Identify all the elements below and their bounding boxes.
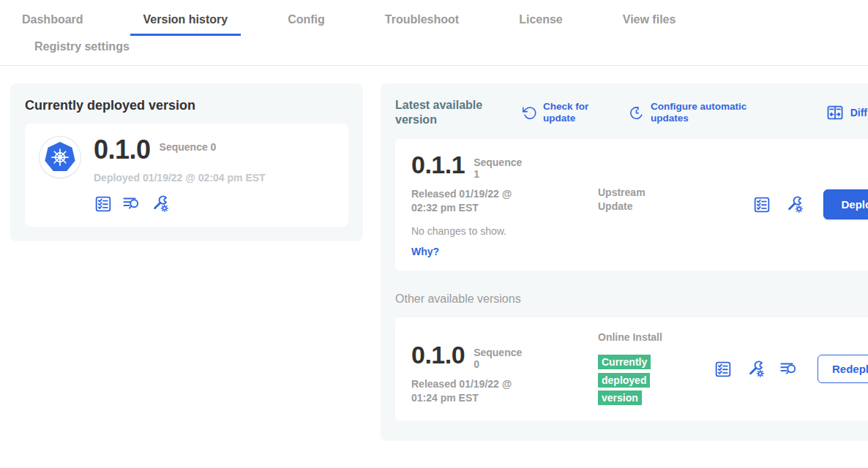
- latest-release-timestamp: Released 01/19/22 @ 02:32 pm EST: [411, 187, 528, 215]
- preflight-checks-icon[interactable]: [752, 195, 771, 214]
- other-version-card: 0.1.0 Sequence 0 Released 01/19/22 @ 01:…: [395, 317, 868, 420]
- config-icon[interactable]: [785, 195, 804, 214]
- configure-automatic-updates-link[interactable]: Configure automatic updates: [628, 101, 753, 124]
- currently-deployed-panel: Currently deployed version: [10, 83, 363, 241]
- tab-troubleshoot[interactable]: Troubleshoot: [372, 4, 472, 36]
- currently-deployed-badge: Currently deployed version: [598, 355, 651, 406]
- latest-source-label: Upstream Update: [598, 186, 664, 214]
- latest-version-info: 0.1.1 Sequence 1 Released 01/19/22 @ 02:…: [411, 152, 598, 257]
- helm-wheel-icon: [49, 146, 71, 168]
- tab-config[interactable]: Config: [274, 4, 338, 36]
- configure-automatic-updates-label: Configure automatic updates: [651, 101, 753, 124]
- deployed-version-number: 0.1.0: [94, 137, 151, 163]
- latest-available-title: Latest available version: [395, 98, 505, 127]
- deployed-actions: [94, 194, 266, 214]
- tab-registry-settings[interactable]: Registry settings: [21, 36, 143, 65]
- deploy-button[interactable]: Deploy: [823, 189, 868, 219]
- nav-row-1: Dashboard Version history Config Trouble…: [0, 4, 868, 36]
- other-sequence-label: Sequence 0: [474, 347, 525, 370]
- schedule-update-icon: [628, 105, 645, 121]
- latest-actions: Deploy: [714, 152, 868, 257]
- diff-versions-link[interactable]: Diff versions: [826, 103, 868, 122]
- other-source-column: Online Install Currently deployed versio…: [598, 331, 714, 407]
- latest-version-number: 0.1.1: [411, 152, 465, 177]
- diff-versions-label: Diff versions: [850, 107, 868, 118]
- nav-row-2: Registry settings: [0, 36, 868, 65]
- latest-available-header: Latest available version Check for updat…: [395, 98, 868, 127]
- deployed-sequence-label: Sequence 0: [160, 141, 217, 153]
- redeploy-button[interactable]: Redeploy: [818, 355, 868, 383]
- main-nav: Dashboard Version history Config Trouble…: [0, 0, 868, 66]
- deployed-version-details: 0.1.0 Sequence 0 Deployed 01/19/22 @ 02:…: [94, 137, 266, 214]
- currently-deployed-title: Currently deployed version: [25, 98, 348, 113]
- other-versions-label: Other available versions: [395, 292, 868, 306]
- other-release-timestamp: Released 01/19/22 @ 01:24 pm EST: [411, 377, 528, 405]
- changelog-text: No changes to show.: [411, 225, 598, 237]
- deploy-logs-icon[interactable]: [121, 194, 141, 214]
- other-actions: Redeploy: [714, 331, 868, 407]
- kubernetes-heptagon: [44, 141, 76, 173]
- other-version-info: 0.1.0 Sequence 0 Released 01/19/22 @ 01:…: [411, 331, 598, 407]
- tab-view-files[interactable]: View files: [610, 4, 689, 36]
- config-icon[interactable]: [746, 359, 766, 379]
- latest-available-panel: Latest available version Check for updat…: [381, 83, 868, 441]
- deployed-badge-wrap: Currently deployed version: [598, 353, 658, 407]
- tab-version-history[interactable]: Version history: [130, 4, 242, 36]
- preflight-checks-icon[interactable]: [94, 195, 113, 214]
- preflight-checks-icon[interactable]: [714, 360, 733, 379]
- deploy-logs-icon[interactable]: [779, 359, 798, 379]
- check-for-update-label: Check for update: [543, 101, 600, 124]
- latest-sequence-label: Sequence 1: [474, 156, 525, 180]
- check-for-update-link[interactable]: Check for update: [521, 101, 600, 124]
- other-source-label: Online Install: [598, 331, 664, 344]
- tab-dashboard[interactable]: Dashboard: [9, 4, 97, 36]
- deployed-version-card: 0.1.0 Sequence 0 Deployed 01/19/22 @ 02:…: [25, 124, 348, 227]
- deployed-timestamp: Deployed 01/19/22 @ 02:04 pm EST: [94, 172, 266, 184]
- latest-source-column: Upstream Update: [598, 152, 714, 257]
- diff-icon: [826, 103, 845, 122]
- version-history-page: Currently deployed version: [0, 66, 868, 441]
- other-version-number: 0.1.0: [411, 342, 465, 367]
- why-link[interactable]: Why?: [411, 246, 598, 257]
- kubernetes-logo: [40, 137, 81, 178]
- refresh-icon: [521, 105, 537, 121]
- latest-version-card: 0.1.1 Sequence 1 Released 01/19/22 @ 02:…: [395, 139, 868, 271]
- tab-license[interactable]: License: [506, 4, 576, 36]
- config-icon[interactable]: [150, 194, 170, 214]
